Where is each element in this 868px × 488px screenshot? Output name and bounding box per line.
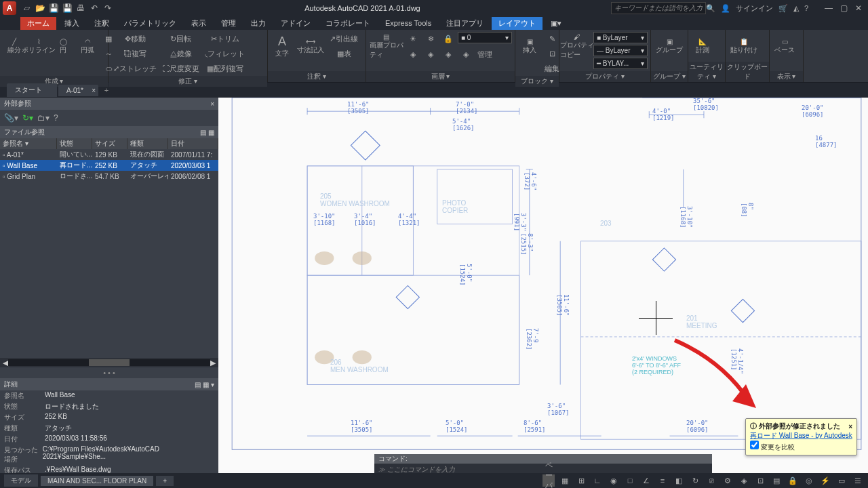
a360-icon[interactable]: ◭	[793, 4, 799, 13]
linetype-combo[interactable]: — ByLayer▾	[593, 45, 648, 56]
color-combo[interactable]: ■ ByLayer▾	[593, 32, 648, 43]
user-icon[interactable]: 👤	[721, 4, 730, 13]
list-view-icon[interactable]: ▤ ▦	[200, 129, 214, 136]
notif-close-icon[interactable]: ×	[848, 423, 852, 430]
table-row[interactable]: ▫ A-01*開いてい...129 KB現在の図面2007/01/11 7:	[0, 149, 218, 160]
tab-featured[interactable]: 注目アプリ	[439, 17, 490, 30]
new-icon[interactable]: ▱	[20, 2, 33, 14]
lineweight-combo[interactable]: ━ BYLAY...▾	[593, 58, 648, 69]
matchprop-button[interactable]: 🖌プロパティ コピー	[562, 31, 592, 61]
copy-button[interactable]: ⿻ 複写	[111, 46, 159, 61]
stretch-button[interactable]: ⤢ ストレッチ	[111, 61, 159, 76]
help-icon[interactable]: ?	[804, 4, 808, 12]
cleanscreen-icon[interactable]: ▭	[835, 474, 848, 487]
lockui-icon[interactable]: 🔒	[787, 474, 799, 487]
leader-button[interactable]: ↗ 引出線	[328, 31, 360, 46]
tab-output[interactable]: 出力	[244, 17, 273, 30]
move-button[interactable]: ✥ 移動	[111, 31, 159, 46]
hwacc-icon[interactable]: ⚡	[819, 474, 831, 487]
annoscale-icon[interactable]: ⎚	[705, 474, 717, 487]
tab-annotate[interactable]: 注釈	[87, 17, 116, 30]
layer-icon-3[interactable]: ◈	[440, 47, 456, 62]
table-row[interactable]: ▫ Grid Planロードさ...54.7 KBオーバーレイ2006/02/0…	[0, 171, 218, 182]
trim-button[interactable]: ✂ トリム	[203, 31, 247, 46]
text-button[interactable]: A文字	[271, 31, 294, 61]
table-row[interactable]: ▫ Wall Base再ロード...252 KBアタッチ2020/03/03 1	[0, 160, 218, 171]
layer-icon-1[interactable]: ◈	[405, 47, 421, 62]
tab-insert[interactable]: 挿入	[58, 17, 86, 30]
cycling-icon[interactable]: ↻	[689, 474, 701, 487]
custom-icon[interactable]: ☰	[852, 474, 864, 487]
quickprop-icon[interactable]: ▤	[770, 474, 783, 487]
add-layout-button[interactable]: +	[156, 476, 174, 486]
open-icon[interactable]: 📂	[34, 2, 46, 14]
tab-start[interactable]: スタート	[7, 83, 57, 97]
workspace-icon[interactable]: ⚙	[722, 474, 734, 487]
drawing-canvas[interactable]: 11'-6" [3505] 7'-0" [2134] 5'-4" [1626] …	[218, 98, 868, 476]
layermgr-button[interactable]: 管理	[475, 47, 494, 62]
mirror-button[interactable]: ⧋ 鏡像	[160, 46, 201, 61]
layer-sun-icon[interactable]: ☀	[405, 31, 421, 46]
layer-combo[interactable]: ■ 0▾	[458, 32, 512, 43]
redo-icon[interactable]: ↷	[102, 2, 114, 14]
help-icon[interactable]: ?	[54, 113, 58, 123]
notif-reload-link[interactable]: 再ロード Wall Base - by Autodesk	[750, 431, 852, 441]
dimension-button[interactable]: ⟷寸法記入	[295, 31, 326, 61]
minimize-button[interactable]: —	[822, 3, 835, 14]
layer-freeze-icon[interactable]: ❄	[422, 31, 439, 46]
insert-button[interactable]: ▣挿入	[518, 31, 541, 61]
snap-icon[interactable]: ⊞	[575, 474, 587, 487]
paper-button[interactable]: ペーパー	[542, 474, 555, 487]
search-icon[interactable]: 🔍	[706, 4, 715, 13]
close-icon[interactable]: ×	[92, 87, 96, 94]
detail-view-icon[interactable]: ▤ ▦ ▾	[195, 381, 214, 388]
col-date[interactable]: 日付	[168, 138, 218, 149]
ortho-icon[interactable]: ∟	[591, 474, 604, 487]
save-icon[interactable]: 💾	[47, 2, 60, 14]
tab-express[interactable]: Express Tools	[378, 18, 438, 28]
rotate-button[interactable]: ↻ 回転	[160, 31, 201, 46]
refresh-icon[interactable]: ↻▾	[22, 113, 33, 123]
units-icon[interactable]: ⊡	[754, 474, 766, 487]
col-type[interactable]: 種類	[127, 138, 168, 149]
undo-icon[interactable]: ↶	[88, 2, 100, 14]
polar-icon[interactable]: ◉	[608, 474, 620, 487]
paste-button[interactable]: 📋貼り付け	[728, 31, 760, 61]
layer-icon-2[interactable]: ◈	[422, 47, 439, 62]
tab-view[interactable]: 表示	[184, 17, 213, 30]
col-status[interactable]: 状態	[57, 138, 92, 149]
circle-button[interactable]: ◯円	[52, 31, 75, 61]
saveas-icon[interactable]: 💾	[61, 2, 73, 14]
annomon-icon[interactable]: ◈	[738, 474, 750, 487]
group-button[interactable]: ▣グループ	[654, 31, 685, 61]
tree-icon[interactable]: 🗀▾	[37, 113, 50, 123]
base-button[interactable]: ▭ベース	[772, 31, 797, 61]
attach-icon[interactable]: 📎▾	[4, 113, 18, 123]
notif-compare-checkbox[interactable]	[750, 441, 759, 449]
tab-a01[interactable]: A-01*×	[58, 85, 98, 96]
array-button[interactable]: ▦ 配列複写	[203, 61, 247, 76]
plot-icon[interactable]: 🖶	[75, 2, 87, 14]
scale-button[interactable]: ⛶ 尺度変更	[160, 61, 201, 76]
tab-home[interactable]: ホーム	[20, 17, 56, 30]
isolate-icon[interactable]: ◎	[803, 474, 815, 487]
panel-close-icon[interactable]: ×	[210, 100, 214, 108]
h-scrollbar[interactable]: ◀▶	[0, 358, 218, 367]
model-tab[interactable]: モデル	[4, 474, 38, 487]
signin-label[interactable]: サインイン	[736, 3, 773, 14]
maximize-button[interactable]: ▢	[837, 3, 850, 14]
osnap-icon[interactable]: □	[624, 474, 636, 487]
block-attr-icon[interactable]: ⊡	[542, 46, 561, 61]
layer-lock-icon[interactable]: 🔒	[440, 31, 456, 46]
layer-icon-4[interactable]: ◈	[458, 47, 474, 62]
arc-button[interactable]: ◠円弧	[76, 31, 99, 61]
tab-layout[interactable]: レイアウト	[492, 17, 542, 30]
transparency-icon[interactable]: ◧	[673, 474, 685, 487]
tab-overflow[interactable]: ▣▾	[544, 18, 568, 29]
tab-collaborate[interactable]: コラボレート	[319, 17, 377, 30]
lineweight-icon[interactable]: ≡	[656, 474, 669, 487]
fillet-button[interactable]: ◟ フィレット	[203, 46, 247, 61]
block-edit-button[interactable]: 編集	[542, 61, 561, 76]
add-tab-button[interactable]: +	[100, 86, 113, 94]
grid-icon[interactable]: ▦	[559, 474, 571, 487]
